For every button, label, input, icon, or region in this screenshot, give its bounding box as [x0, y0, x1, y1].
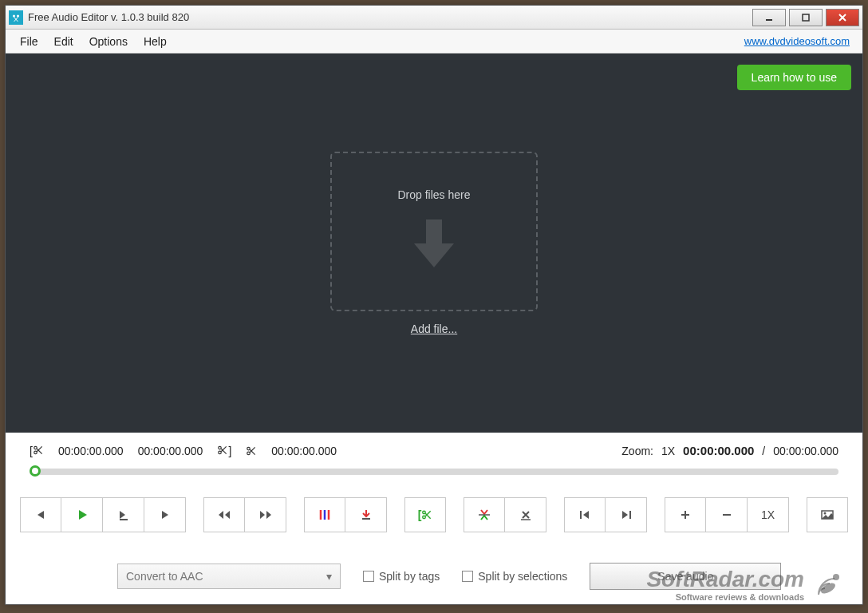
- selection-end-icon: ]: [217, 445, 231, 457]
- learn-how-button[interactable]: Learn how to use: [737, 65, 851, 90]
- maximize-button[interactable]: [789, 9, 823, 26]
- svg-point-8: [247, 447, 251, 450]
- drop-zone[interactable]: Drop files here: [330, 152, 538, 311]
- dropdown-icon: ▾: [326, 570, 332, 583]
- selection-start-time: 00:00:00.000: [58, 445, 124, 457]
- convert-format-dropdown[interactable]: Convert to AAC ▾: [117, 564, 341, 589]
- markers-button[interactable]: [304, 497, 345, 532]
- svg-point-16: [423, 516, 426, 519]
- menu-bar: File Edit Options Help www.dvdvideosoft.…: [6, 30, 862, 53]
- split-tags-label: Split by tags: [379, 570, 440, 583]
- play-to-end-button[interactable]: [103, 497, 144, 532]
- menu-file[interactable]: File: [12, 32, 46, 51]
- title-bar: Free Audio Editor v. 1.0.3 build 820: [6, 6, 862, 30]
- svg-point-6: [219, 446, 222, 449]
- app-icon: [9, 10, 23, 25]
- window-controls: [752, 9, 859, 26]
- goto-start-button[interactable]: [564, 497, 606, 532]
- timeline-knob[interactable]: [30, 465, 41, 477]
- svg-point-1: [17, 14, 19, 17]
- svg-point-0: [13, 14, 15, 17]
- goto-end-button[interactable]: [606, 497, 647, 532]
- window-title: Free Audio Editor v. 1.0.3 build 820: [28, 11, 752, 23]
- menu-help[interactable]: Help: [136, 32, 175, 51]
- svg-point-9: [247, 452, 251, 455]
- zoom-out-button[interactable]: [706, 497, 748, 532]
- skip-back-button[interactable]: [203, 497, 245, 532]
- minimize-button[interactable]: [752, 9, 786, 26]
- add-file-link[interactable]: Add file...: [411, 322, 457, 335]
- app-window: Free Audio Editor v. 1.0.3 build 820 Fil…: [5, 5, 863, 605]
- drop-label: Drop files here: [397, 188, 470, 201]
- current-time: 00:00:00.000: [683, 444, 754, 457]
- toolbar: [ 1X: [30, 494, 838, 544]
- vendor-link[interactable]: www.dvdvideosoft.com: [744, 35, 850, 47]
- zoom-in-button[interactable]: [665, 497, 706, 532]
- split-by-tags-checkbox[interactable]: Split by tags: [363, 570, 440, 583]
- zoom-value: 1X: [661, 445, 675, 457]
- split-by-selections-checkbox[interactable]: Split by selections: [462, 570, 567, 583]
- time-info: [ 00:00:00.000 00:00:00.000 ] 00:00:00.0…: [30, 444, 838, 457]
- delete-marker-button[interactable]: [505, 497, 546, 532]
- set-in-point-button[interactable]: [464, 497, 505, 532]
- selection-end-time: 00:00:00.000: [138, 445, 203, 457]
- status-bar: [ 00:00:00.000 00:00:00.000 ] 00:00:00.0…: [6, 433, 862, 552]
- svg-rect-3: [803, 14, 809, 21]
- timeline-slider[interactable]: [30, 469, 838, 475]
- zoom-label: Zoom:: [621, 445, 653, 457]
- skip-forward-button[interactable]: [245, 497, 286, 532]
- split-sel-label: Split by selections: [478, 570, 567, 583]
- checkbox-icon: [363, 571, 374, 582]
- selection-start-icon: [: [30, 445, 44, 457]
- convert-format-label: Convert to AAC: [126, 570, 203, 583]
- menu-options[interactable]: Options: [81, 32, 136, 51]
- cut-selection-button[interactable]: [: [404, 497, 446, 532]
- play-button[interactable]: [61, 497, 103, 532]
- svg-point-25: [824, 512, 827, 515]
- menu-edit[interactable]: Edit: [46, 32, 81, 51]
- zoom-reset-button[interactable]: 1X: [748, 497, 789, 532]
- insert-marker-button[interactable]: [345, 497, 387, 532]
- svg-point-5: [34, 451, 37, 454]
- clip-icon: [246, 445, 257, 457]
- time-separator: /: [762, 445, 765, 457]
- next-button[interactable]: [144, 497, 186, 532]
- save-audio-button[interactable]: Save audio: [590, 563, 781, 590]
- clip-duration: 00:00:00.000: [271, 445, 337, 457]
- workspace: Learn how to use Drop files here Add fil…: [6, 53, 862, 433]
- bottom-bar: Convert to AAC ▾ Split by tags Split by …: [6, 552, 862, 604]
- svg-point-4: [34, 446, 37, 449]
- checkbox-icon: [462, 571, 473, 582]
- arrow-down-icon: [410, 216, 458, 275]
- total-time: 00:00:00.000: [773, 445, 838, 457]
- prev-button[interactable]: [20, 497, 61, 532]
- svg-point-7: [219, 451, 222, 454]
- svg-point-15: [423, 511, 426, 514]
- close-button[interactable]: [826, 9, 859, 26]
- snapshot-button[interactable]: [807, 497, 848, 532]
